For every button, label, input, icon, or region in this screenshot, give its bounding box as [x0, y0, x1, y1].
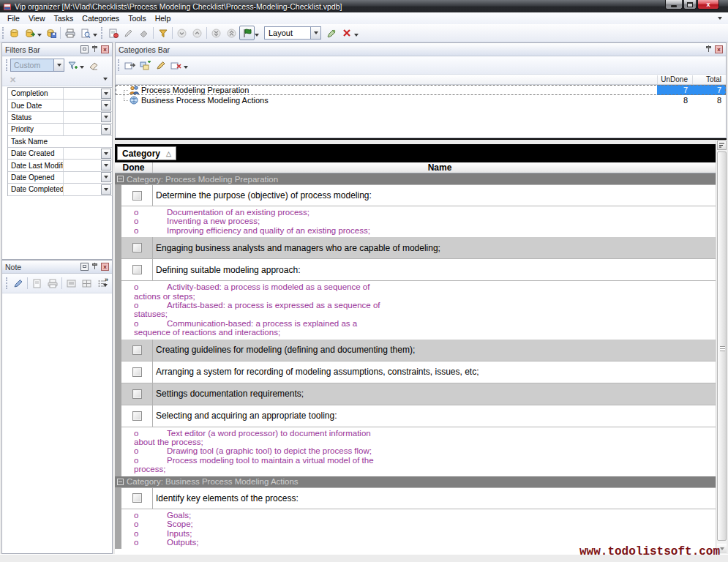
- task-row[interactable]: Identify key elements of the process:: [121, 487, 727, 509]
- delete-task-button[interactable]: [136, 26, 151, 40]
- pin-panel-icon[interactable]: [91, 45, 99, 53]
- task-row[interactable]: Determine the purpose (objective) of pro…: [121, 184, 727, 206]
- edit-task-button[interactable]: [121, 26, 136, 40]
- close-panel-icon[interactable]: x: [715, 45, 723, 53]
- scrollbar-top-button[interactable]: [717, 140, 727, 150]
- layout-dropdown-icon[interactable]: [310, 27, 320, 39]
- print-dropdown-icon[interactable]: [93, 34, 97, 37]
- print-note-button[interactable]: [45, 276, 60, 291]
- menu-tasks[interactable]: Tasks: [50, 14, 78, 23]
- group-by-category-tab[interactable]: Category △: [117, 146, 176, 160]
- task-row[interactable]: Creating guidelines for modeling (defini…: [121, 340, 727, 361]
- done-column-header[interactable]: Done: [115, 162, 153, 173]
- note-toolbar-dropdown-icon[interactable]: [103, 284, 108, 287]
- task-checkbox[interactable]: [132, 345, 142, 355]
- filter-row[interactable]: Date Created: [8, 148, 112, 160]
- save-database-button[interactable]: [43, 26, 59, 40]
- filter-dropdown-icon[interactable]: [101, 172, 111, 182]
- filter-preset-combobox[interactable]: Custom: [10, 59, 64, 72]
- name-column-header[interactable]: Name: [153, 162, 727, 173]
- menu-view[interactable]: View: [24, 14, 50, 23]
- task-row[interactable]: Engaging business analysts and managers …: [121, 237, 727, 259]
- category-group-row[interactable]: Category: Business Process Modeling Acti…: [115, 476, 727, 487]
- filter-dropdown-icon[interactable]: [101, 160, 111, 171]
- move-up-button[interactable]: [189, 26, 205, 40]
- delete-category-button[interactable]: [168, 58, 184, 72]
- new-note-button[interactable]: [29, 276, 45, 291]
- task-row[interactable]: Selecting and acquiring an appropriate t…: [121, 405, 727, 427]
- note-body[interactable]: [2, 294, 112, 553]
- menu-overflow-icon[interactable]: [718, 17, 722, 20]
- category-row[interactable]: Business Process Modeling Actions88: [116, 95, 726, 105]
- total-column-header[interactable]: Total: [692, 75, 726, 84]
- category-name-cell[interactable]: Process Modeling Preparation: [116, 85, 657, 95]
- category-name-cell[interactable]: Business Process Modeling Actions: [116, 95, 657, 105]
- task-checkbox[interactable]: [132, 265, 142, 274]
- add-filter-dropdown-icon[interactable]: [80, 66, 84, 69]
- new-task-button[interactable]: [105, 26, 121, 40]
- insert-table-button[interactable]: [79, 276, 94, 291]
- menu-categories[interactable]: Categories: [78, 14, 124, 23]
- close-layout-button[interactable]: [339, 26, 354, 40]
- filter-preset-dropdown-icon[interactable]: [53, 59, 64, 71]
- collapse-icon[interactable]: [117, 176, 124, 182]
- new-category-button[interactable]: [122, 58, 138, 72]
- filter-row[interactable]: Completion: [8, 88, 112, 100]
- filter-row[interactable]: Priority: [8, 124, 112, 135]
- task-checkbox[interactable]: [132, 389, 142, 399]
- filters-toolbar-overflow-icon[interactable]: [103, 78, 108, 80]
- category-group-row[interactable]: Category: Process Modeling Preparation: [115, 173, 727, 184]
- menu-help[interactable]: Help: [151, 14, 176, 23]
- toolbar-overflow-icon[interactable]: [354, 34, 359, 37]
- close-button[interactable]: x: [697, 0, 719, 10]
- delete-filter-button[interactable]: ✕: [10, 75, 16, 85]
- customize-layout-button[interactable]: [323, 26, 339, 40]
- task-checkbox[interactable]: [132, 367, 142, 377]
- task-checkbox[interactable]: [132, 411, 142, 421]
- new-subcategory-button[interactable]: [138, 58, 153, 72]
- filter-dropdown-icon[interactable]: [101, 184, 111, 195]
- pin-panel-icon[interactable]: [91, 263, 99, 271]
- task-checkbox[interactable]: [132, 243, 142, 252]
- close-panel-icon[interactable]: x: [101, 45, 109, 53]
- menu-tools[interactable]: Tools: [124, 14, 151, 23]
- task-row[interactable]: Arranging a system for recording of mode…: [121, 361, 727, 383]
- move-down-button[interactable]: [174, 26, 189, 40]
- minimize-button[interactable]: [665, 0, 683, 10]
- print-preview-button[interactable]: [78, 26, 93, 40]
- edit-category-button[interactable]: [153, 58, 168, 72]
- clear-filter-button[interactable]: [86, 58, 101, 72]
- close-panel-icon[interactable]: x: [101, 263, 109, 271]
- undone-column-header[interactable]: UnDone: [657, 75, 692, 84]
- float-panel-icon[interactable]: [80, 45, 89, 53]
- collapse-icon[interactable]: [117, 479, 124, 485]
- move-top-button[interactable]: [224, 26, 239, 40]
- move-bottom-button[interactable]: [209, 26, 224, 40]
- insert-field-button[interactable]: [64, 276, 79, 291]
- maximize-button[interactable]: [683, 0, 697, 10]
- print-button[interactable]: [62, 26, 78, 40]
- filter-row[interactable]: Task Name: [8, 136, 112, 148]
- menu-file[interactable]: File: [3, 14, 24, 23]
- open-dropdown-icon[interactable]: [37, 34, 42, 37]
- filter-row[interactable]: Due Date: [8, 100, 112, 111]
- float-panel-icon[interactable]: [80, 263, 89, 271]
- filter-dropdown-icon[interactable]: [101, 124, 111, 135]
- new-database-button[interactable]: [7, 26, 22, 40]
- filter-row[interactable]: Status: [8, 112, 112, 124]
- edit-note-button[interactable]: [10, 276, 26, 291]
- filter-button[interactable]: [155, 26, 170, 40]
- filter-row[interactable]: Date Opened: [8, 172, 112, 184]
- pin-panel-icon[interactable]: [705, 45, 713, 53]
- filter-row[interactable]: Date Completed: [8, 184, 112, 195]
- filter-dropdown-icon[interactable]: [101, 149, 111, 159]
- filter-dropdown-icon[interactable]: [101, 100, 111, 110]
- filter-row[interactable]: Date Last Modifie: [8, 160, 112, 171]
- scrollbar-thumb[interactable]: [717, 151, 727, 541]
- vertical-scrollbar[interactable]: [716, 140, 727, 554]
- filter-dropdown-icon[interactable]: [101, 89, 111, 99]
- task-row[interactable]: Defining suitable modeling approach:: [121, 259, 727, 281]
- view-mode-dropdown-icon[interactable]: [255, 34, 259, 37]
- splitter-line[interactable]: [115, 138, 727, 140]
- view-mode-button[interactable]: [239, 26, 255, 40]
